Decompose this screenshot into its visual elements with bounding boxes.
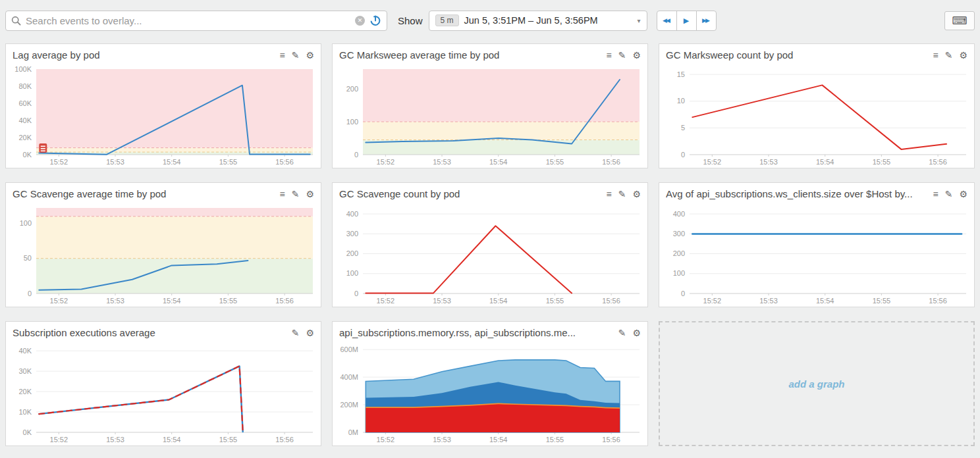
chart-canvas[interactable]: 05101515:5215:5315:5415:5515:56 (659, 64, 974, 168)
list-icon[interactable]: ≡ (280, 190, 285, 199)
list-icon[interactable]: ≡ (280, 51, 285, 60)
panel-icons: ≡✎⚙ (928, 51, 967, 60)
svg-text:10: 10 (677, 97, 685, 105)
play-button[interactable]: ▶ (676, 11, 697, 31)
svg-text:15:53: 15:53 (106, 436, 124, 444)
list-icon[interactable]: ≡ (607, 190, 612, 199)
svg-text:600M: 600M (340, 345, 358, 353)
gear-icon[interactable]: ⚙ (959, 190, 967, 199)
panel-header: GC Scavenge count by pod ≡✎⚙ (333, 183, 647, 203)
power-icon[interactable] (369, 14, 381, 26)
panel-header: GC Marksweep count by pod ≡✎⚙ (659, 44, 974, 64)
add-graph-label: add a graph (788, 378, 844, 390)
svg-text:0: 0 (354, 151, 358, 159)
svg-text:15:52: 15:52 (377, 297, 395, 305)
svg-text:15:53: 15:53 (433, 436, 451, 444)
list-icon[interactable]: ≡ (607, 51, 612, 60)
panel-gc-scavenge-average-time: GC Scavenge average time by pod ≡✎⚙ 0501… (5, 182, 321, 307)
chart-canvas[interactable]: 0M200M400M600M15:5215:5315:5415:5515:56 (333, 342, 647, 445)
pencil-icon[interactable]: ✎ (618, 51, 626, 60)
chart-canvas[interactable]: 0K20K40K60K80K100K15:5215:5315:5415:5515… (6, 64, 321, 168)
svg-text:100: 100 (346, 269, 358, 277)
svg-text:15:54: 15:54 (163, 158, 181, 166)
panel-gc-marksweep-average-time: GC Marksweep average time by pod ≡✎⚙ 010… (332, 43, 648, 168)
svg-text:0: 0 (681, 151, 685, 159)
svg-text:100: 100 (20, 219, 32, 227)
svg-text:15:52: 15:52 (703, 297, 722, 305)
gear-icon[interactable]: ⚙ (632, 190, 641, 199)
pencil-icon[interactable]: ✎ (292, 328, 300, 338)
list-icon[interactable]: ≡ (933, 190, 939, 199)
svg-text:30K: 30K (18, 367, 32, 375)
time-nav-group: ◀◀ ▶ ▶▶ (657, 11, 717, 31)
svg-text:15:56: 15:56 (602, 158, 620, 166)
svg-text:200: 200 (346, 85, 358, 93)
interval-badge: 5 m (435, 14, 459, 26)
time-range-text: Jun 5, 3:51PM – Jun 5, 3:56PM (464, 15, 632, 26)
chart-svg: 0K20K40K60K80K100K15:5215:5315:5415:5515… (6, 64, 321, 168)
gear-icon[interactable]: ⚙ (632, 51, 641, 60)
panel-icons: ≡✎⚙ (601, 51, 641, 60)
pencil-icon[interactable]: ✎ (945, 51, 953, 60)
panel-gc-marksweep-count: GC Marksweep count by pod ≡✎⚙ 05101515:5… (659, 43, 975, 168)
pencil-icon[interactable]: ✎ (618, 328, 626, 338)
play-icon: ▶ (684, 16, 689, 25)
panel-header: api_subscriptions.memory.rss, api_subscr… (333, 322, 647, 342)
svg-text:400: 400 (673, 210, 685, 218)
chart-title: api_subscriptions.memory.rss, api_subscr… (339, 327, 613, 338)
panel-lag-average-by-pod: Lag average by pod ≡✎⚙ 0K20K40K60K80K100… (5, 43, 321, 168)
svg-text:15:52: 15:52 (377, 158, 395, 166)
gear-icon[interactable]: ⚙ (306, 328, 314, 338)
svg-text:100: 100 (346, 118, 358, 126)
panel-gc-scavenge-count: GC Scavenge count by pod ≡✎⚙ 01002003004… (332, 182, 648, 307)
chart-title: GC Scavenge average time by pod (13, 188, 275, 199)
svg-text:15:53: 15:53 (759, 158, 778, 166)
add-graph-placeholder[interactable]: add a graph (659, 321, 975, 446)
panel-icons: ✎⚙ (613, 328, 641, 338)
svg-text:15:54: 15:54 (489, 158, 508, 166)
svg-text:15:53: 15:53 (433, 158, 451, 166)
pencil-icon[interactable]: ✎ (292, 51, 300, 60)
time-range-select[interactable]: 5 m Jun 5, 3:51PM – Jun 5, 3:56PM ▾ (429, 11, 647, 31)
chart-canvas[interactable]: 010020030040015:5215:5315:5415:5515:56 (333, 203, 647, 307)
chart-canvas[interactable]: 010020030040015:5215:5315:5415:5515:56 (659, 203, 974, 307)
svg-text:10K: 10K (18, 408, 32, 416)
svg-text:400: 400 (346, 210, 358, 218)
list-icon[interactable]: ≡ (933, 51, 939, 60)
chart-canvas[interactable]: 05010015:5215:5315:5415:5515:56 (6, 203, 321, 307)
panel-header: Lag average by pod ≡✎⚙ (6, 44, 321, 64)
keyboard-icon: ⌨ (952, 14, 967, 27)
topbar: ✕ Show 5 m Jun 5, 3:51PM – Jun 5, 3:56PM… (0, 0, 980, 41)
pencil-icon[interactable]: ✎ (292, 190, 300, 199)
search-input[interactable] (26, 15, 350, 26)
svg-text:300: 300 (346, 230, 358, 238)
gear-icon[interactable]: ⚙ (306, 51, 314, 60)
svg-text:15:52: 15:52 (703, 158, 722, 166)
gear-icon[interactable]: ⚙ (632, 328, 641, 338)
chart-svg: 05010015:5215:5315:5415:5515:56 (6, 203, 321, 307)
chart-svg: 05101515:5215:5315:5415:5515:56 (659, 64, 974, 168)
step-forward-icon: ▶▶ (703, 17, 709, 24)
svg-text:0: 0 (681, 290, 685, 297)
gear-icon[interactable]: ⚙ (959, 51, 967, 60)
pencil-icon[interactable]: ✎ (618, 190, 626, 199)
clear-search-icon[interactable]: ✕ (355, 16, 365, 26)
event-marker-icon (39, 143, 47, 153)
chart-canvas[interactable]: 010020015:5215:5315:5415:5515:56 (333, 64, 647, 168)
pencil-icon[interactable]: ✎ (945, 190, 953, 199)
step-forward-button[interactable]: ▶▶ (696, 11, 717, 31)
gear-icon[interactable]: ⚙ (306, 190, 314, 199)
panel-header: Avg of api_subscriptions.ws_clients.size… (659, 183, 974, 203)
step-back-button[interactable]: ◀◀ (657, 11, 677, 31)
chart-canvas[interactable]: 0K10K20K30K40K15:5215:5315:5415:5515:56 (6, 342, 321, 445)
svg-text:15: 15 (677, 70, 685, 78)
svg-text:15:54: 15:54 (816, 297, 834, 305)
event-search[interactable]: ✕ (5, 11, 387, 31)
panel-subscription-executions: Subscription executions average ✎⚙ 0K10K… (5, 321, 321, 446)
chart-title: GC Scavenge count by pod (339, 188, 601, 199)
keyboard-shortcuts-button[interactable]: ⌨ (944, 11, 975, 30)
svg-text:20K: 20K (18, 388, 32, 395)
panel-icons: ✎⚙ (286, 328, 314, 338)
svg-text:80K: 80K (18, 82, 32, 90)
search-icon (11, 16, 21, 26)
